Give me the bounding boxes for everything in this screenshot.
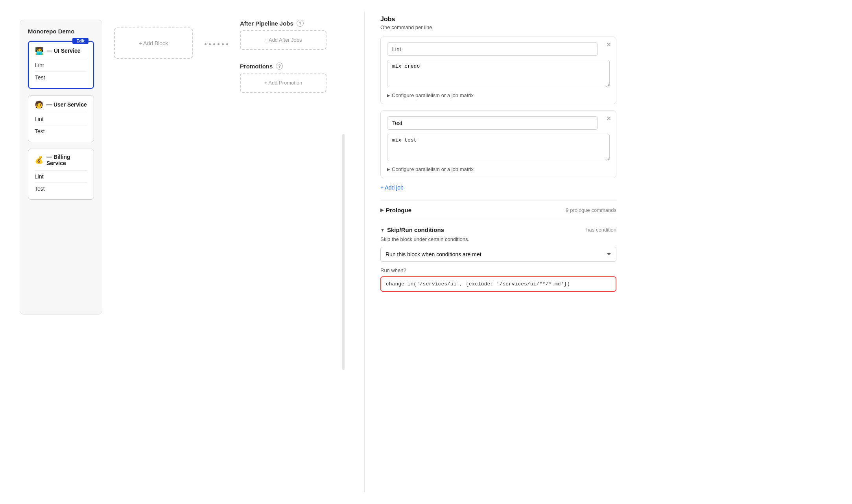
after-jobs-help-icon[interactable]: ? [297, 20, 304, 27]
lint-commands-textarea[interactable]: mix credo [387, 60, 610, 87]
test-close-icon[interactable]: ✕ [606, 116, 611, 122]
add-after-jobs-button[interactable]: + Add After Jobs [240, 30, 326, 50]
connector-dot-4 [218, 43, 219, 45]
user-lint-job: Lint [35, 113, 87, 125]
after-pipeline-title: After Pipeline Jobs ? [240, 20, 326, 27]
after-pipeline-section: After Pipeline Jobs ? + Add After Jobs [240, 20, 326, 50]
ui-service-block[interactable]: Edit 🧑‍💻 — UI Service Lint Test [28, 41, 94, 89]
vertical-divider [342, 134, 345, 370]
billing-lint-job: Lint [35, 170, 87, 182]
jobs-subtitle: One command per line. [380, 24, 616, 30]
prologue-count: 9 prologue commands [566, 207, 616, 213]
left-panel: Monorepo Demo Edit 🧑‍💻 — UI Service Lint… [12, 12, 334, 492]
promotions-help-icon[interactable]: ? [276, 63, 283, 70]
add-block-button[interactable]: + Add Block [114, 28, 193, 59]
user-test-job: Test [35, 125, 87, 137]
test-name-input[interactable] [387, 116, 598, 130]
monorepo-title: Monorepo Demo [28, 28, 94, 35]
skiprun-title[interactable]: Skip/Run conditions [380, 226, 444, 233]
test-commands-textarea[interactable]: mix test [387, 134, 610, 161]
user-service-block[interactable]: 🧑 — User Service Lint Test [28, 95, 94, 142]
skiprun-status: has condition [586, 227, 616, 233]
connector-dot-6 [226, 43, 228, 45]
right-panel-inner: Jobs One command per line. ✕ mix credo C… [380, 16, 616, 298]
run-when-label: Run when? [380, 267, 616, 273]
promotions-title: Promotions ? [240, 63, 326, 70]
connector-dot-2 [209, 43, 211, 45]
ui-service-name: — UI Service [47, 48, 81, 54]
add-promotion-button[interactable]: + Add Promotion [240, 73, 326, 93]
prologue-section[interactable]: Prologue 9 prologue commands [380, 200, 616, 220]
lint-configure-collapse[interactable]: Configure parallelism or a job matrix [387, 92, 610, 98]
billing-service-block[interactable]: 💰 — Billing Service Lint Test [28, 149, 94, 200]
billing-test-job: Test [35, 182, 87, 195]
ui-emoji: 🧑‍💻 [35, 46, 44, 55]
block-header-user: 🧑 — User Service [35, 100, 87, 109]
add-job-link[interactable]: + Add job [380, 184, 404, 191]
promotions-section: Promotions ? + Add Promotion [240, 63, 326, 93]
right-panel: Jobs One command per line. ✕ mix credo C… [364, 12, 840, 492]
skiprun-header: Skip/Run conditions has condition [380, 226, 616, 233]
after-jobs-column: After Pipeline Jobs ? + Add After Jobs P… [240, 20, 326, 93]
test-configure-collapse[interactable]: Configure parallelism or a job matrix [387, 166, 610, 172]
jobs-title: Jobs [380, 16, 616, 23]
edit-badge[interactable]: Edit [72, 38, 89, 44]
ui-test-job: Test [35, 71, 87, 83]
billing-emoji: 💰 [35, 156, 43, 164]
connector [205, 20, 228, 45]
lint-close-icon[interactable]: ✕ [606, 42, 611, 48]
test-job-card: ✕ mix test Configure parallelism or a jo… [380, 110, 616, 178]
skiprun-subtitle: Skip the block under certain conditions. [380, 236, 616, 242]
lint-name-input[interactable] [387, 42, 598, 56]
block-header-ui: 🧑‍💻 — UI Service [35, 46, 87, 55]
ui-lint-job: Lint [35, 59, 87, 71]
billing-service-name: — Billing Service [46, 154, 87, 166]
skiprun-condition-select[interactable]: Run this block when conditions are met [380, 247, 616, 262]
connector-dot-1 [205, 43, 207, 45]
prologue-title: Prologue [380, 207, 411, 213]
lint-job-card: ✕ mix credo Configure parallelism or a j… [380, 37, 616, 104]
connector-dot-3 [213, 43, 215, 45]
connector-dot-5 [222, 43, 224, 45]
skiprun-section: Skip/Run conditions has condition Skip t… [380, 220, 616, 298]
block-header-billing: 💰 — Billing Service [35, 154, 87, 166]
pipeline-area: Monorepo Demo Edit 🧑‍💻 — UI Service Lint… [20, 20, 326, 315]
run-when-input[interactable] [380, 276, 616, 292]
user-service-name: — User Service [46, 101, 87, 108]
monorepo-container: Monorepo Demo Edit 🧑‍💻 — UI Service Lint… [20, 20, 102, 315]
user-emoji: 🧑 [35, 100, 43, 109]
